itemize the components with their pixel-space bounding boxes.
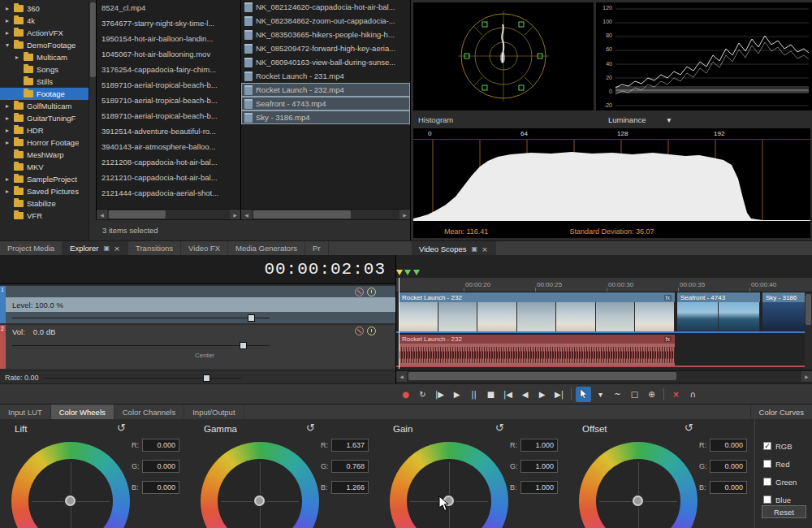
offset-r-value[interactable]: 0.000 bbox=[710, 439, 747, 452]
gamma-r-value[interactable]: 1.637 bbox=[331, 439, 369, 452]
stop-button[interactable]: ■ bbox=[483, 387, 499, 402]
gain-g-value[interactable]: 1.000 bbox=[520, 460, 558, 473]
wheel-knob[interactable] bbox=[254, 496, 265, 506]
wheel-knob[interactable] bbox=[633, 496, 643, 506]
video-clip-rocket-launch[interactable]: Rocket Launch - 232fx bbox=[399, 292, 675, 331]
channel-option-blue[interactable]: Blue bbox=[763, 494, 791, 505]
expand-icon[interactable]: ▸ bbox=[6, 188, 14, 195]
tab-explorer[interactable]: Explorer▣× bbox=[63, 241, 128, 255]
file-item[interactable]: NK_082124620-cappadocia-hot-air-bal... bbox=[241, 0, 410, 14]
timeline[interactable]: 00:00:20 00:00:25 00:00:30 00:00:35 00:0… bbox=[395, 255, 812, 383]
timeline-marker[interactable] bbox=[413, 270, 420, 275]
curves-reset-button[interactable]: Reset bbox=[762, 505, 806, 518]
pin-icon[interactable]: ▣ bbox=[103, 245, 110, 252]
file-item[interactable]: NK_080940163-view-ball-during-sunse... bbox=[241, 55, 410, 69]
pause-button[interactable]: || bbox=[466, 387, 482, 402]
tree-item[interactable]: ▸HDR bbox=[0, 124, 96, 136]
expand-icon[interactable]: ▸ bbox=[6, 127, 14, 134]
scrollbar-thumb[interactable] bbox=[109, 210, 166, 219]
edit-tool-button[interactable] bbox=[576, 387, 591, 402]
tree-item[interactable]: MeshWarp bbox=[0, 149, 96, 161]
tab-color-curves[interactable]: Color Curves bbox=[750, 405, 812, 419]
track-mute-icon[interactable] bbox=[355, 288, 364, 296]
file-item[interactable]: 1045067-hot-air-ballooning.mov bbox=[97, 46, 240, 62]
tree-item[interactable]: ▸Horror Footage bbox=[0, 136, 96, 149]
scrollbar-thumb[interactable] bbox=[253, 210, 351, 219]
file-list-right-scrollbar[interactable]: ◀ ▶ bbox=[241, 209, 410, 219]
tree-item[interactable]: Stabilize bbox=[0, 197, 96, 210]
tab-video-fx[interactable]: Video FX bbox=[181, 241, 228, 255]
tab-project-media[interactable]: Project Media bbox=[0, 241, 63, 255]
go-to-end-button[interactable]: ▶| bbox=[551, 387, 567, 402]
offset-g-value[interactable]: 0.000 bbox=[710, 460, 747, 473]
video-clip-seafront[interactable]: Seafront - 4743 bbox=[677, 292, 760, 331]
scrollbar-thumb[interactable] bbox=[90, 2, 96, 77]
tree-item[interactable]: ▸4k bbox=[0, 15, 96, 27]
tree-item[interactable]: ▸360 bbox=[0, 2, 96, 15]
checkbox[interactable] bbox=[763, 478, 771, 486]
video-track-header[interactable]: 1 Level: 100.0 % bbox=[0, 286, 395, 323]
selection-tool-button[interactable]: □ bbox=[627, 387, 642, 402]
scrollbar-thumb[interactable] bbox=[806, 294, 811, 325]
clip-fx-button[interactable]: fx bbox=[664, 295, 672, 301]
file-item[interactable]: NK_082384862-zoom-out-cappadocia-... bbox=[241, 14, 410, 28]
go-to-start-button[interactable]: |◀ bbox=[500, 387, 516, 402]
checkbox[interactable] bbox=[763, 460, 771, 468]
file-item[interactable]: Rocket Launch - 231.mp4 bbox=[241, 69, 410, 83]
tab-color-channels[interactable]: Color Channels bbox=[114, 405, 184, 419]
scroll-left-icon[interactable]: ◀ bbox=[241, 210, 252, 219]
expand-icon[interactable]: ▸ bbox=[6, 102, 14, 110]
scrollbar-thumb[interactable] bbox=[408, 372, 676, 380]
tree-item[interactable]: VFR bbox=[0, 210, 96, 222]
audio-clip-rocket-launch[interactable]: Rocket Launch - 232fx bbox=[399, 335, 675, 366]
rate-control-row[interactable]: Rate: 0.00 bbox=[0, 370, 395, 383]
gamma-b-value[interactable]: 1.266 bbox=[331, 481, 369, 494]
tree-item[interactable]: ▸ActionVFX bbox=[0, 27, 96, 39]
scrollbar-track[interactable] bbox=[252, 210, 400, 219]
file-item[interactable]: 2121210-cappadocia-hot-air-bal... bbox=[97, 170, 240, 185]
checkbox[interactable] bbox=[763, 496, 771, 504]
playhead-marker[interactable] bbox=[396, 270, 403, 275]
reset-wheel-icon[interactable]: ↺ bbox=[685, 422, 693, 434]
rate-slider-handle[interactable] bbox=[203, 374, 210, 382]
reset-wheel-icon[interactable]: ↺ bbox=[495, 422, 504, 434]
file-item[interactable]: 2121208-cappadocia-hot-air-bal... bbox=[97, 154, 240, 170]
rate-slider-track[interactable] bbox=[45, 378, 241, 379]
tree-item[interactable]: ▸Multicam bbox=[0, 51, 96, 63]
tab-media-generators[interactable]: Media Generators bbox=[228, 241, 305, 255]
histogram-mode-dropdown[interactable]: Luminance ▾ bbox=[608, 115, 671, 124]
lift-r-value[interactable]: 0.000 bbox=[142, 439, 179, 452]
play-button[interactable]: ▶ bbox=[449, 387, 464, 402]
file-item[interactable]: 8524_cl.mp4 bbox=[97, 0, 240, 15]
tree-item[interactable]: Songs bbox=[0, 63, 96, 76]
delete-button[interactable]: × bbox=[668, 387, 684, 402]
tab-video-scopes[interactable]: Video Scopes▣× bbox=[412, 241, 496, 256]
tree-item[interactable]: Stills bbox=[0, 76, 96, 88]
checkbox-checked[interactable]: ✓ bbox=[763, 442, 771, 450]
scroll-right-icon[interactable]: ▶ bbox=[230, 210, 240, 219]
tool-dropdown-chevron[interactable]: ▾ bbox=[593, 387, 608, 402]
timeline-scrollbar[interactable]: ◀ ▶ bbox=[396, 370, 812, 382]
tree-item-selected[interactable]: Footage bbox=[0, 88, 96, 100]
file-item[interactable]: 3912514-adventure-beautiful-ro... bbox=[97, 123, 240, 139]
lift-b-value[interactable]: 0.000 bbox=[142, 481, 179, 494]
file-item[interactable]: 5189710-aerial-tropical-beach-b... bbox=[97, 77, 240, 93]
channel-option-red[interactable]: Red bbox=[763, 458, 789, 470]
scroll-left-icon[interactable]: ◀ bbox=[97, 210, 107, 219]
file-item[interactable]: 2121444-cappadocia-aerial-shot... bbox=[97, 185, 240, 201]
tree-item[interactable]: ▾DemoFootage bbox=[0, 39, 96, 51]
scrollbar-track[interactable] bbox=[107, 210, 230, 219]
record-button[interactable]: ● bbox=[398, 387, 413, 402]
close-icon[interactable]: × bbox=[114, 244, 120, 253]
file-item-selected[interactable]: Rocket Launch - 232.mp4 bbox=[241, 83, 410, 97]
scroll-left-icon[interactable]: ◀ bbox=[396, 371, 407, 382]
gain-r-value[interactable]: 1.000 bbox=[520, 439, 558, 452]
file-item[interactable]: 3940143-air-atmosphere-balloo... bbox=[97, 139, 240, 154]
tree-item[interactable]: ▸SampleProject bbox=[0, 173, 96, 185]
tree-item[interactable]: MKV bbox=[0, 161, 96, 173]
file-item-selected[interactable]: Seafront - 4743.mp4 bbox=[241, 97, 410, 110]
tree-item[interactable]: ▸GolfMulticam bbox=[0, 100, 96, 112]
timecode-display[interactable]: 00:00:02:03 bbox=[0, 255, 395, 284]
channel-option-green[interactable]: Green bbox=[763, 476, 797, 487]
tab-input-lut[interactable]: Input LUT bbox=[0, 405, 51, 419]
